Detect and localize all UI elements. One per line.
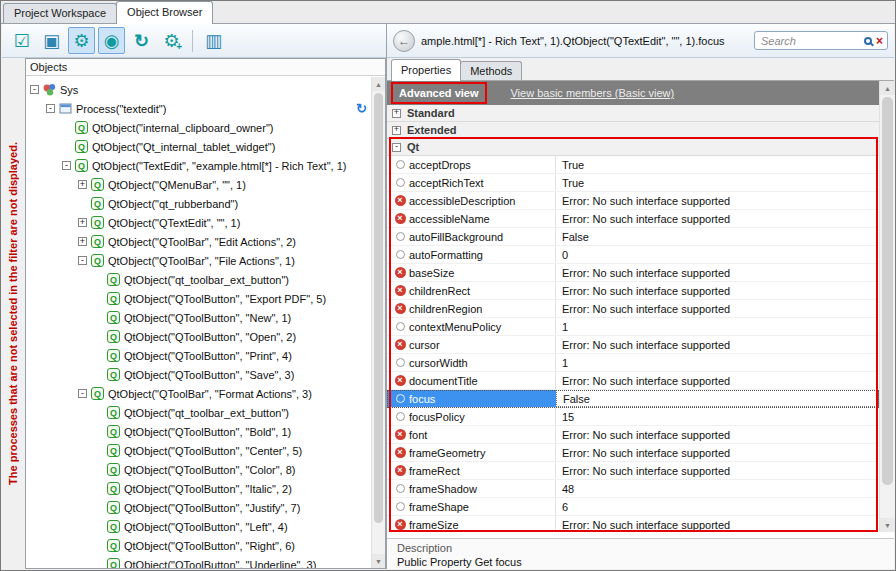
property-row[interactable]: childrenRect Error: No such interface su… — [387, 282, 879, 300]
property-row[interactable]: documentTitle Error: No such interface s… — [387, 372, 879, 390]
new-settings-button[interactable] — [158, 27, 185, 54]
tab-methods[interactable]: Methods — [460, 61, 522, 80]
tree-node[interactable]: QtObject("QToolButton", "Justify", 7) — [26, 498, 371, 517]
qtobject-icon — [91, 197, 104, 210]
section-extended[interactable]: Extended — [387, 122, 879, 139]
scroll-down-icon[interactable] — [880, 518, 895, 532]
search-icon[interactable] — [864, 37, 872, 45]
tree-node-process[interactable]: Process("textedit") — [26, 99, 371, 118]
tree-scrollbar[interactable] — [371, 77, 385, 568]
qtobject-icon — [107, 444, 120, 457]
property-value: False — [556, 228, 879, 245]
scrollbar-thumb[interactable] — [374, 93, 383, 523]
property-row[interactable]: cursorWidth 1 — [387, 354, 879, 372]
tree-node[interactable]: QtObject("QToolButton", "Italic", 2) — [26, 479, 371, 498]
property-row[interactable]: acceptDrops True — [387, 156, 879, 174]
tree-node[interactable]: QtObject("QToolButton", "Print", 4) — [26, 346, 371, 365]
property-row[interactable]: baseSize Error: No such interface suppor… — [387, 264, 879, 282]
property-row[interactable]: childrenRegion Error: No such interface … — [387, 300, 879, 318]
tree-node[interactable]: QtObject("QToolBar", "File Actions", 1) — [26, 251, 371, 270]
property-row[interactable]: acceptRichText True — [387, 174, 879, 192]
tree-node[interactable]: QtObject("QToolButton", "Color", 8) — [26, 460, 371, 479]
tree-node[interactable]: QtObject("qt_toolbar_ext_button") — [26, 403, 371, 422]
tab-properties[interactable]: Properties — [391, 59, 461, 81]
tree-node[interactable]: QtObject("QToolBar", "Format Actions", 3… — [26, 384, 371, 403]
collapse-icon[interactable] — [392, 143, 401, 152]
tree-node[interactable]: QtObject("QToolButton", "Save", 3) — [26, 365, 371, 384]
window-layout-icon — [205, 32, 222, 50]
tree-node[interactable]: QtObject("QToolButton", "New", 1) — [26, 308, 371, 327]
tree-node[interactable]: QtObject("QToolBar", "Edit Actions", 2) — [26, 232, 371, 251]
tree-node[interactable]: QtObject("QToolButton", "Bold", 1) — [26, 422, 371, 441]
property-row[interactable]: autoFormatting 0 — [387, 246, 879, 264]
section-qt[interactable]: Qt — [387, 139, 879, 156]
tree-node[interactable]: QtObject("QToolButton", "Right", 6) — [26, 536, 371, 555]
tree-node[interactable]: QtObject("QToolButton", "Export PDF", 5) — [26, 289, 371, 308]
expand-expander[interactable] — [78, 237, 87, 246]
tree-node[interactable]: QtObject("Qt_internal_tablet_widget") — [26, 137, 371, 156]
tree-node[interactable]: QtObject("qt_rubberband") — [26, 194, 371, 213]
property-row[interactable]: accessibleName Error: No such interface … — [387, 210, 879, 228]
property-row-focus-selected[interactable]: focus False — [387, 390, 879, 408]
tree-node[interactable]: QtObject("internal_clipboard_owner") — [26, 118, 371, 137]
expand-icon[interactable] — [392, 126, 401, 135]
property-row[interactable]: frameGeometry Error: No such interface s… — [387, 444, 879, 462]
back-button[interactable] — [393, 30, 415, 52]
expand-expander[interactable] — [78, 180, 87, 189]
collapse-expander[interactable] — [78, 256, 87, 265]
qtobject-icon — [91, 387, 104, 400]
property-row[interactable]: frameRect Error: No such interface suppo… — [387, 462, 879, 480]
property-row[interactable]: contextMenuPolicy 1 — [387, 318, 879, 336]
collapse-expander[interactable] — [62, 161, 71, 170]
settings-button[interactable] — [68, 27, 95, 54]
advanced-view-button[interactable]: Advanced view — [399, 87, 478, 99]
tab-object-browser[interactable]: Object Browser — [116, 1, 213, 24]
collapse-expander[interactable] — [46, 104, 55, 113]
tree-node[interactable]: QtObject("QToolButton", "Left", 4) — [26, 517, 371, 536]
section-standard[interactable]: Standard — [387, 105, 879, 122]
scroll-down-icon[interactable] — [372, 554, 385, 568]
qtobject-icon — [91, 254, 104, 267]
property-value-editor[interactable]: False — [556, 390, 879, 407]
tree-node-sys[interactable]: Sys — [26, 80, 371, 99]
basic-view-link[interactable]: View basic members (Basic view) — [510, 87, 674, 99]
tree-node[interactable]: QtObject("QToolButton", "Center", 5) — [26, 441, 371, 460]
property-value: 1 — [556, 354, 879, 371]
tree-node[interactable]: QtObject("QTextEdit", "", 1) — [26, 213, 371, 232]
property-value: Error: No such interface supported — [556, 516, 879, 531]
property-row[interactable]: cursor Error: No such interface supporte… — [387, 336, 879, 354]
collapse-expander[interactable] — [30, 85, 39, 94]
inspector-scrollbar[interactable] — [879, 81, 895, 532]
property-row[interactable]: autoFillBackground False — [387, 228, 879, 246]
refresh-button[interactable] — [128, 27, 155, 54]
tab-project-workspace[interactable]: Project Workspace — [3, 3, 117, 23]
scroll-up-icon[interactable] — [880, 81, 895, 95]
collapse-expander[interactable] — [78, 389, 87, 398]
property-icon — [391, 322, 409, 331]
error-icon — [391, 519, 409, 530]
property-row[interactable]: frameSize Error: No such interface suppo… — [387, 516, 879, 531]
error-icon — [391, 195, 409, 206]
expand-icon[interactable] — [392, 109, 401, 118]
scrollbar-thumb[interactable] — [882, 97, 893, 485]
tree-node[interactable]: QtObject("QToolButton", "Underline", 3) — [26, 555, 371, 568]
objects-button[interactable] — [38, 27, 65, 54]
tree-node[interactable]: QtObject("QToolButton", "Open", 2) — [26, 327, 371, 346]
property-row[interactable]: font Error: No such interface supported — [387, 426, 879, 444]
property-row[interactable]: frameShape 6 — [387, 498, 879, 516]
watch-button[interactable] — [98, 27, 125, 54]
tree-node[interactable]: QtObject("TextEdit", "example.html[*] - … — [26, 156, 371, 175]
checklist-button[interactable] — [8, 27, 35, 54]
search-input[interactable] — [761, 35, 860, 47]
property-row[interactable]: focusPolicy 15 — [387, 408, 879, 426]
tree-node[interactable]: QtObject("qt_toolbar_ext_button") — [26, 270, 371, 289]
scroll-up-icon[interactable] — [372, 77, 385, 91]
property-row[interactable]: frameShadow 48 — [387, 480, 879, 498]
tree-node[interactable]: QtObject("QMenuBar", "", 1) — [26, 175, 371, 194]
layout-button[interactable] — [200, 27, 227, 54]
error-icon — [391, 285, 409, 296]
process-icon — [59, 102, 72, 115]
property-row[interactable]: accessibleDescription Error: No such int… — [387, 192, 879, 210]
expand-expander[interactable] — [78, 218, 87, 227]
clear-search-icon[interactable] — [876, 35, 883, 47]
